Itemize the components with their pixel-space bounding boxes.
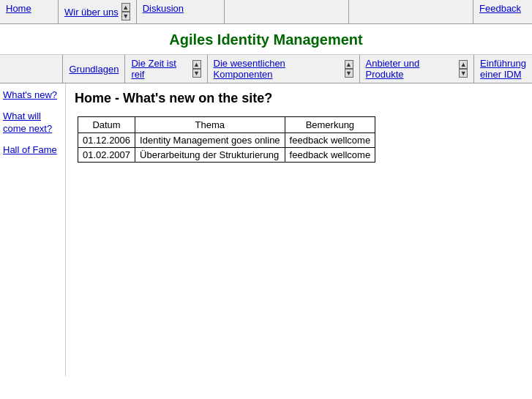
scroll-arrows-zeit: ▲ ▼ [192, 60, 201, 78]
second-nav-die-zeit[interactable]: Die Zeit ist reif ▲ ▼ [125, 55, 207, 83]
content-area: Home - What's new on the site? Datum The… [66, 83, 532, 376]
cell-thema: Überarbeitung der Strukturierung [135, 148, 285, 163]
diskusion-link[interactable]: Diskusion [143, 3, 184, 14]
scroll-arrows-wir: ▲ ▼ [121, 3, 130, 20]
cell-thema: Identity Management goes online [135, 133, 285, 148]
scroll-up-arrow-zeit[interactable]: ▲ [192, 60, 201, 69]
top-nav-diskusion[interactable]: Diskusion [137, 0, 225, 23]
table-body: 01.12.2006Identity Management goes onlin… [78, 133, 375, 163]
scroll-down-arrow-anbieter[interactable]: ▼ [459, 69, 468, 78]
content-title: Home - What's new on the site? [75, 91, 523, 106]
table-header-row: Datum Thema Bemerkung [78, 117, 375, 133]
wir-uber-uns-link[interactable]: Wir über uns [64, 7, 119, 18]
col-thema: Thema [135, 117, 285, 133]
left-sidebar: What's new? What will come next? Hall of… [0, 83, 66, 376]
sidebar-whats-new[interactable]: What's new? [3, 89, 62, 102]
second-nav-wesentliche[interactable]: Die wesentlichen Komponenten ▲ ▼ [208, 55, 360, 83]
einfuhrung-link[interactable]: Einführung einer IDM [480, 58, 526, 80]
top-nav-spacer2 [349, 0, 473, 23]
second-nav-grundlagen[interactable]: Grundlagen [63, 55, 125, 83]
top-nav-feedback[interactable]: Feedback [473, 0, 532, 23]
col-bemerkung: Bemerkung [285, 117, 375, 133]
site-title: Agiles Identity Management [0, 24, 532, 55]
table-row: 01.02.2007Überarbeitung der Strukturieru… [78, 148, 375, 163]
feedback-link[interactable]: Feedback [479, 3, 521, 14]
second-navigation: Grundlagen Die Zeit ist reif ▲ ▼ Die wes… [0, 55, 532, 83]
cell-datum: 01.12.2006 [78, 133, 135, 148]
second-nav-spacer [0, 55, 63, 83]
wesentliche-link[interactable]: Die wesentlichen Komponenten [214, 58, 342, 80]
sidebar-hall-of-fame[interactable]: Hall of Fame [3, 144, 62, 157]
top-nav-spacer1 [225, 0, 349, 23]
top-nav-home[interactable]: Home [0, 0, 59, 23]
scroll-up-arrow-anbieter[interactable]: ▲ [459, 60, 468, 69]
scroll-down-arrow[interactable]: ▼ [121, 12, 130, 20]
home-link[interactable]: Home [6, 3, 31, 14]
cell-bemerkung: feedback wellcome [285, 148, 375, 163]
cell-bemerkung: feedback wellcome [285, 133, 375, 148]
die-zeit-link[interactable]: Die Zeit ist reif [131, 58, 189, 80]
second-nav-anbieter[interactable]: Anbieter und Produkte ▲ ▼ [360, 55, 475, 83]
anbieter-link[interactable]: Anbieter und Produkte [366, 58, 457, 80]
col-datum: Datum [78, 117, 135, 133]
top-nav-wir-uber-uns[interactable]: Wir über uns ▲ ▼ [59, 0, 137, 23]
scroll-arrows-anbieter: ▲ ▼ [459, 60, 468, 78]
grundlagen-link[interactable]: Grundlagen [69, 64, 119, 75]
scroll-down-arrow-zeit[interactable]: ▼ [192, 69, 201, 78]
second-nav-einfuhrung[interactable]: Einführung einer IDM [474, 55, 532, 83]
scroll-arrows-wesentliche: ▲ ▼ [345, 60, 353, 78]
top-navigation: Home Wir über uns ▲ ▼ Diskusion Feedback [0, 0, 532, 24]
scroll-down-arrow-wesentliche[interactable]: ▼ [345, 69, 353, 78]
cell-datum: 01.02.2007 [78, 148, 135, 163]
main-layout: What's new? What will come next? Hall of… [0, 83, 532, 376]
sidebar-what-will-come[interactable]: What will come next? [3, 111, 62, 135]
scroll-up-arrow-wesentliche[interactable]: ▲ [345, 60, 353, 69]
table-row: 01.12.2006Identity Management goes onlin… [78, 133, 375, 148]
data-table: Datum Thema Bemerkung 01.12.2006Identity… [78, 116, 375, 163]
scroll-up-arrow[interactable]: ▲ [121, 3, 130, 12]
